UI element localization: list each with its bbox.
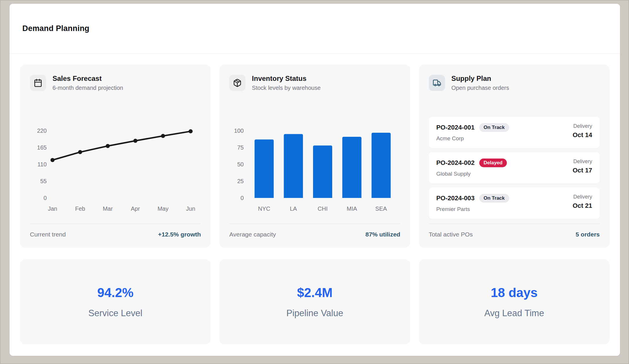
svg-text:May: May (158, 205, 169, 212)
svg-text:SEA: SEA (375, 205, 387, 212)
kpi-label: Service Level (88, 308, 142, 318)
kpi-value: $2.4M (297, 285, 332, 300)
svg-text:100: 100 (234, 128, 244, 134)
status-badge: Delayed (479, 159, 507, 167)
sales-forecast-chart-area: 055110165220JanFebMarAprMayJun (30, 125, 201, 214)
supply-plan-titles: Supply Plan Open purchase orders (451, 74, 509, 91)
po-left: PO-2024-001 On Track Acme Corp (436, 123, 509, 142)
po-supplier: Global Supply (436, 171, 507, 177)
svg-text:MIA: MIA (347, 205, 357, 212)
po-id: PO-2024-001 (436, 124, 475, 131)
po-right: Delivery Oct 21 (573, 194, 592, 210)
svg-text:220: 220 (37, 128, 47, 134)
footer-label: Total active POs (429, 231, 473, 238)
inventory-status-titles: Inventory Status Stock levels by warehou… (252, 74, 321, 91)
card-subtitle: Stock levels by warehouse (252, 85, 321, 91)
page-title: Demand Planning (22, 24, 89, 33)
status-badge: On Track (479, 194, 509, 203)
po-id: PO-2024-002 (436, 159, 475, 167)
footer-value: +12.5% growth (158, 231, 201, 238)
status-badge: On Track (479, 123, 509, 132)
po-supplier: Acme Corp (436, 135, 509, 142)
kpi-avg-lead-time: 18 days Avg Lead Time (419, 259, 610, 344)
svg-text:NYC: NYC (258, 205, 270, 212)
kpi-label: Avg Lead Time (484, 308, 544, 318)
delivery-date: Oct 14 (573, 131, 592, 139)
kpi-value: 94.2% (97, 285, 133, 300)
po-supplier: Premier Parts (436, 206, 509, 212)
svg-text:0: 0 (241, 195, 244, 201)
svg-text:Feb: Feb (75, 205, 85, 212)
delivery-date: Oct 17 (573, 167, 592, 174)
delivery-label: Delivery (573, 159, 592, 165)
main-panel: Demand Planning Sales Forecast (10, 4, 620, 356)
svg-text:165: 165 (37, 144, 47, 151)
purchase-order-row[interactable]: PO-2024-001 On Track Acme Corp Delivery … (429, 117, 600, 148)
sales-forecast-card: Sales Forecast 6-month demand projection… (20, 65, 211, 248)
footer-value: 5 orders (576, 231, 600, 238)
po-left: PO-2024-003 On Track Premier Parts (436, 194, 509, 212)
card-subtitle: 6-month demand projection (53, 85, 123, 91)
card-subtitle: Open purchase orders (451, 85, 509, 91)
delivery-date: Oct 21 (573, 202, 592, 210)
po-left: PO-2024-002 Delayed Global Supply (436, 159, 507, 177)
footer-label: Current trend (30, 231, 66, 238)
svg-text:110: 110 (37, 161, 47, 168)
po-right: Delivery Oct 14 (573, 123, 592, 139)
inventory-status-footer: Average capacity 87% utilized (229, 224, 400, 238)
svg-text:Mar: Mar (103, 205, 113, 212)
dashboard-content: Sales Forecast 6-month demand projection… (10, 54, 620, 344)
kpi-row: 94.2% Service Level $2.4M Pipeline Value… (20, 259, 610, 344)
sales-forecast-titles: Sales Forecast 6-month demand projection (53, 74, 123, 91)
svg-text:0: 0 (44, 195, 47, 201)
svg-text:LA: LA (290, 205, 297, 212)
page-header: Demand Planning (10, 4, 620, 54)
purchase-order-list: PO-2024-001 On Track Acme Corp Delivery … (429, 117, 600, 219)
inventory-status-bar-chart: 0255075100NYCLACHIMIASEA (229, 125, 400, 212)
footer-label: Average capacity (229, 231, 276, 238)
supply-plan-header: Supply Plan Open purchase orders (429, 74, 600, 91)
svg-text:50: 50 (237, 161, 244, 168)
po-id: PO-2024-003 (436, 194, 475, 202)
sales-forecast-header: Sales Forecast 6-month demand projection (30, 74, 201, 91)
inventory-status-card: Inventory Status Stock levels by warehou… (219, 65, 410, 248)
card-title: Inventory Status (252, 74, 321, 83)
footer-value: 87% utilized (365, 231, 400, 238)
svg-text:25: 25 (237, 178, 244, 184)
svg-text:CHI: CHI (318, 205, 328, 212)
delivery-label: Delivery (573, 123, 592, 129)
svg-text:Jun: Jun (186, 205, 195, 212)
card-title: Supply Plan (451, 74, 509, 83)
svg-text:55: 55 (40, 178, 47, 184)
purchase-order-row[interactable]: PO-2024-003 On Track Premier Parts Deliv… (429, 188, 600, 219)
delivery-label: Delivery (573, 194, 592, 200)
sales-forecast-footer: Current trend +12.5% growth (30, 224, 201, 238)
supply-plan-card: Supply Plan Open purchase orders PO-2024… (419, 65, 610, 248)
truck-icon (429, 75, 445, 91)
calendar-icon (30, 75, 46, 91)
supply-plan-footer: Total active POs 5 orders (429, 224, 600, 238)
inventory-status-chart-area: 0255075100NYCLACHIMIASEA (229, 125, 400, 214)
package-icon (229, 75, 245, 91)
svg-text:Jan: Jan (48, 205, 57, 212)
app-window: Demand Planning Sales Forecast (0, 0, 629, 364)
kpi-label: Pipeline Value (286, 308, 343, 318)
cards-row: Sales Forecast 6-month demand projection… (20, 65, 610, 248)
card-title: Sales Forecast (53, 74, 123, 83)
kpi-service-level: 94.2% Service Level (20, 259, 211, 344)
kpi-pipeline-value: $2.4M Pipeline Value (219, 259, 410, 344)
purchase-order-row[interactable]: PO-2024-002 Delayed Global Supply Delive… (429, 152, 600, 183)
kpi-value: 18 days (491, 285, 538, 300)
sales-forecast-line-chart: 055110165220JanFebMarAprMayJun (30, 125, 201, 212)
po-right: Delivery Oct 17 (573, 159, 592, 174)
svg-text:Apr: Apr (131, 205, 140, 212)
inventory-status-header: Inventory Status Stock levels by warehou… (229, 74, 400, 91)
svg-text:75: 75 (237, 144, 244, 151)
